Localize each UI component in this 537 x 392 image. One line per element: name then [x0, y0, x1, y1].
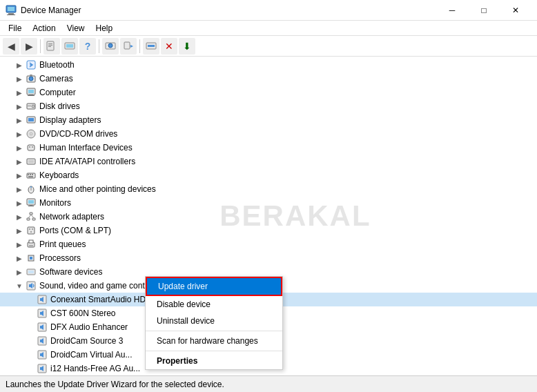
- window-controls[interactable]: ─ □ ✕: [436, 0, 531, 21]
- tree-item-bluetooth[interactable]: ▶ Bluetooth: [0, 58, 537, 72]
- title-bar-left: Device Manager: [6, 5, 81, 16]
- svg-rect-31: [28, 145, 35, 150]
- window-title: Device Manager: [21, 6, 81, 15]
- toggle-cameras[interactable]: ▶: [14, 73, 25, 84]
- svg-rect-3: [7, 14, 15, 15]
- tree-label-cst: CST 600N Stereo: [50, 308, 116, 318]
- tree-item-network[interactable]: ▶ Network adapters: [0, 210, 537, 224]
- toggle-network[interactable]: ▶: [14, 211, 25, 222]
- ide-icon: [25, 156, 37, 167]
- svg-rect-49: [27, 218, 30, 220]
- update-driver-toolbar-button[interactable]: [61, 38, 78, 55]
- toggle-droidcam-source: [25, 335, 36, 346]
- menu-help[interactable]: Help: [90, 22, 119, 35]
- toggle-sound[interactable]: ▼: [14, 280, 25, 291]
- status-text: Launches the Update Driver Wizard for th…: [6, 380, 224, 389]
- toggle-disk-drives[interactable]: ▶: [14, 101, 25, 112]
- context-menu-uninstall-device[interactable]: Uninstall device: [146, 313, 282, 329]
- tree-item-computer[interactable]: ▶ Computer: [0, 86, 537, 99]
- tree-item-hid[interactable]: ▶ Human Interface Devices: [0, 141, 537, 155]
- title-bar: Device Manager ─ □ ✕: [0, 0, 537, 21]
- properties-button[interactable]: [43, 38, 60, 55]
- main-area: BERAKAL ▶ Bluetooth ▶ Cameras ▶ Computer…: [0, 57, 537, 375]
- tree-item-cameras[interactable]: ▶ Cameras: [0, 72, 537, 86]
- toggle-ports[interactable]: ▶: [14, 225, 25, 236]
- network-view-button[interactable]: [102, 38, 119, 55]
- toggle-keyboards[interactable]: ▶: [14, 170, 25, 181]
- toggle-monitors[interactable]: ▶: [14, 197, 25, 208]
- toggle-mice[interactable]: ▶: [14, 184, 25, 195]
- svg-rect-50: [32, 218, 35, 220]
- download-button[interactable]: ⬇: [179, 38, 195, 55]
- back-button[interactable]: ◀: [3, 38, 19, 55]
- menu-action[interactable]: Action: [27, 22, 61, 35]
- svg-rect-47: [28, 206, 34, 206]
- svg-line-52: [31, 215, 34, 218]
- toggle-hid[interactable]: ▶: [14, 142, 25, 153]
- toggle-ide[interactable]: ▶: [14, 156, 25, 167]
- disk-drives-icon: [25, 101, 37, 112]
- svg-rect-7: [48, 46, 51, 47]
- tree-item-disk-drives[interactable]: ▶ Disk drives: [0, 99, 537, 113]
- tree-item-display-adapters[interactable]: ▶ Display adapters: [0, 113, 537, 127]
- svg-rect-64: [28, 271, 34, 273]
- context-menu[interactable]: Update driver Disable device Uninstall d…: [145, 276, 283, 370]
- tree-label-ports: Ports (COM & LPT): [39, 226, 111, 235]
- menu-view[interactable]: View: [61, 22, 90, 35]
- print-queues-icon: [25, 239, 37, 250]
- tree-label-bluetooth: Bluetooth: [39, 60, 75, 70]
- toggle-software[interactable]: ▶: [14, 266, 25, 277]
- remove-button[interactable]: ✕: [161, 38, 177, 55]
- svg-rect-48: [30, 213, 32, 215]
- tree-item-monitors[interactable]: ▶ Monitors: [0, 196, 537, 210]
- menu-file[interactable]: File: [3, 22, 27, 35]
- minimize-button[interactable]: ─: [436, 0, 468, 21]
- tree-item-ide[interactable]: ▶ IDE ATA/ATAPI controllers: [0, 155, 537, 168]
- svg-line-51: [28, 215, 31, 218]
- app-icon: [6, 5, 17, 16]
- tree-item-keyboards[interactable]: ▶ Keyboards: [0, 168, 537, 182]
- tree-label-print-queues: Print queues: [39, 239, 86, 249]
- svg-rect-22: [28, 95, 35, 96]
- toggle-print-queues[interactable]: ▶: [14, 239, 25, 250]
- tree-label-droidcam-source: DroidCam Source 3: [50, 336, 123, 346]
- cameras-icon: [25, 73, 37, 84]
- svg-point-24: [32, 105, 35, 108]
- tree-item-dvd[interactable]: ▶ DVD/CD-ROM drives: [0, 127, 537, 141]
- help-button[interactable]: ?: [79, 38, 96, 55]
- enable-button[interactable]: [143, 38, 159, 55]
- svg-rect-12: [124, 42, 130, 49]
- svg-point-11: [108, 43, 113, 48]
- toggle-processors[interactable]: ▶: [14, 253, 25, 264]
- toggle-bluetooth[interactable]: ▶: [14, 59, 25, 70]
- close-button[interactable]: ✕: [500, 0, 531, 21]
- bluetooth-icon: [25, 59, 37, 70]
- tree-item-print-queues[interactable]: ▶ Print queues: [0, 237, 537, 251]
- tree-label-display-adapters: Display adapters: [39, 115, 101, 125]
- context-menu-update-driver[interactable]: Update driver: [146, 277, 282, 296]
- tree-label-droidcam-virtual: DroidCam Virtual Au...: [50, 350, 133, 360]
- svg-rect-21: [29, 95, 33, 95]
- context-menu-disable-device[interactable]: Disable device: [146, 296, 282, 313]
- forward-button[interactable]: ▶: [21, 38, 37, 55]
- maximize-button[interactable]: □: [468, 0, 500, 21]
- toggle-dvd[interactable]: ▶: [14, 128, 25, 139]
- toggle-display-adapters[interactable]: ▶: [14, 115, 25, 126]
- context-menu-scan-hardware[interactable]: Scan for hardware changes: [146, 333, 282, 349]
- tree-item-processors[interactable]: ▶ Processors: [0, 251, 537, 265]
- scan-toolbar-button[interactable]: [120, 38, 137, 55]
- tree-label-conexant: Conexant SmartAudio HD: [50, 295, 146, 304]
- display-adapters-icon: [25, 115, 37, 126]
- toolbar-sep-1: [40, 39, 41, 53]
- context-menu-disable-device-label: Disable device: [157, 300, 211, 309]
- tree-item-mice[interactable]: ▶ Mice and other pointing devices: [0, 182, 537, 196]
- menu-bar: File Action View Help: [0, 21, 537, 36]
- context-menu-properties[interactable]: Properties: [146, 353, 282, 369]
- svg-point-33: [32, 146, 33, 148]
- toggle-computer[interactable]: ▶: [14, 87, 25, 98]
- keyboards-icon: [25, 170, 37, 181]
- dvd-icon: [25, 128, 37, 139]
- tree-label-network: Network adapters: [39, 212, 104, 222]
- svg-point-43: [30, 186, 32, 188]
- tree-item-ports[interactable]: ▶ Ports (COM & LPT): [0, 224, 537, 237]
